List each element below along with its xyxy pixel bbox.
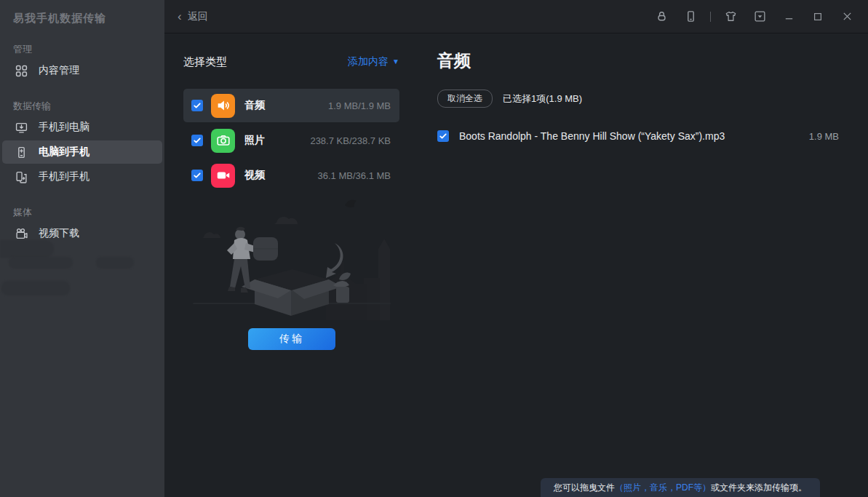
titlebar-separator — [710, 12, 711, 22]
sidebar-ghost-shape — [0, 240, 54, 258]
theme-shirt-icon[interactable] — [720, 6, 741, 28]
sidebar-item-label: 手机到手机 — [39, 170, 89, 183]
back-label: 返回 — [188, 10, 208, 23]
file-name: Boots Randolph - The Benny Hill Show (“Y… — [459, 130, 725, 142]
drag-drop-hint: 您可以拖曳文件 （照片，音乐，PDF等） 或文件夹来添加传输项。 — [541, 478, 820, 497]
add-content-button[interactable]: 添加内容 ▼ — [348, 55, 399, 68]
back-chevron-icon: ‹ — [178, 10, 182, 23]
video-icon — [211, 164, 235, 188]
selection-summary: 已选择1项(1.9 MB) — [503, 92, 582, 106]
chevron-down-icon: ▼ — [392, 58, 399, 65]
back-button[interactable]: ‹ 返回 — [178, 10, 208, 23]
phone-to-phone-icon — [15, 171, 28, 183]
file-row[interactable]: Boots Randolph - The Benny Hill Show (“Y… — [437, 125, 839, 147]
hint-text: 您可以拖曳文件 — [554, 482, 615, 494]
titlebar-actions — [650, 6, 858, 28]
empty-box-illustration — [183, 192, 399, 322]
detail-panel-title: 音频 — [437, 49, 839, 72]
video-download-icon — [15, 228, 28, 240]
sidebar-ghost-shape — [9, 257, 73, 269]
sidebar-item-label: 视频下载 — [39, 227, 79, 240]
close-icon[interactable] — [836, 6, 858, 28]
category-size: 238.7 KB/238.7 KB — [310, 135, 391, 146]
audio-icon — [211, 94, 235, 118]
video-checkbox[interactable] — [191, 170, 203, 181]
photo-icon — [211, 129, 235, 153]
sidebar-item-pc-to-phone[interactable]: 电脑到手机 — [2, 140, 162, 164]
file-checkbox[interactable] — [437, 130, 449, 142]
sidebar-item-label: 电脑到手机 — [39, 146, 89, 159]
pc-to-phone-icon — [15, 146, 28, 159]
deselect-all-button[interactable]: 取消全选 — [437, 90, 493, 108]
type-panel: 选择类型 添加内容 ▼ 音频 1.9 MB/1.9 MB — [183, 33, 399, 194]
section-label-manage: 管理 — [0, 43, 164, 56]
category-list: 音频 1.9 MB/1.9 MB 照片 238.7 KB/238.7 KB — [183, 89, 399, 192]
type-panel-title: 选择类型 — [183, 55, 227, 69]
audio-checkbox[interactable] — [191, 100, 203, 111]
sidebar-item-content-manage[interactable]: 内容管理 — [2, 59, 162, 82]
device-icon[interactable] — [680, 6, 701, 28]
title-bar: ‹ 返回 — [164, 0, 868, 33]
sidebar-ghost-shape — [1, 281, 70, 295]
transfer-button[interactable]: 传输 — [248, 328, 335, 350]
file-size: 1.9 MB — [809, 131, 839, 142]
main-content: 选择类型 添加内容 ▼ 音频 1.9 MB/1.9 MB — [164, 33, 868, 497]
sidebar-item-label: 内容管理 — [39, 64, 79, 77]
hint-highlight: （照片，音乐，PDF等） — [615, 482, 711, 494]
section-label-media: 媒体 — [0, 206, 164, 219]
add-content-label: 添加内容 — [348, 55, 389, 68]
hint-text: 或文件夹来添加传输项。 — [711, 482, 807, 494]
minimize-icon[interactable] — [778, 6, 800, 28]
lock-icon[interactable] — [650, 6, 672, 28]
sidebar-ghost-shape — [96, 257, 134, 269]
section-label-transfer: 数据传输 — [0, 100, 164, 113]
phone-to-pc-icon — [15, 122, 28, 134]
category-name: 音频 — [244, 99, 265, 112]
category-row-audio[interactable]: 音频 1.9 MB/1.9 MB — [183, 89, 399, 122]
detail-panel: 音频 取消全选 已选择1项(1.9 MB) Boots Randolph - T… — [437, 33, 839, 147]
category-row-video[interactable]: 视频 36.1 MB/36.1 MB — [183, 159, 399, 192]
category-name: 视频 — [244, 169, 265, 182]
grid-icon — [15, 65, 28, 77]
category-size: 1.9 MB/1.9 MB — [328, 100, 391, 111]
sidebar-item-phone-to-pc[interactable]: 手机到电脑 — [2, 116, 162, 139]
app-title: 易我手机数据传输 — [0, 10, 164, 25]
sidebar: 易我手机数据传输 管理 内容管理 数据传输 手机到电脑 电脑到手机 — [0, 0, 164, 497]
sidebar-item-phone-to-phone[interactable]: 手机到手机 — [2, 165, 162, 188]
category-name: 照片 — [244, 134, 265, 147]
photo-checkbox[interactable] — [191, 135, 203, 146]
maximize-icon[interactable] — [807, 6, 829, 28]
menu-dropdown-icon[interactable] — [749, 6, 771, 28]
category-row-photo[interactable]: 照片 238.7 KB/238.7 KB — [183, 124, 399, 157]
sidebar-item-label: 手机到电脑 — [39, 121, 89, 134]
category-size: 36.1 MB/36.1 MB — [318, 170, 391, 181]
